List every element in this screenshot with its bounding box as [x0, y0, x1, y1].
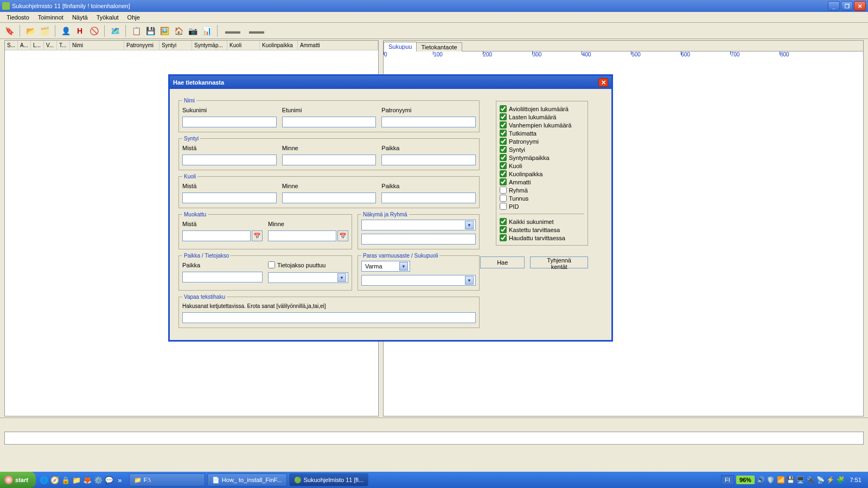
input-vapaa[interactable]: [182, 312, 476, 323]
combo-tietojakso[interactable]: ▼: [268, 272, 348, 283]
checkbox[interactable]: [500, 146, 507, 153]
input-paikka[interactable]: [182, 272, 263, 282]
fieldset-kuoli: Kuoli Mistä Minne Paikka: [178, 174, 480, 208]
input-kuoli-mista[interactable]: [182, 192, 277, 203]
input-kuoli-paikka[interactable]: [381, 192, 476, 203]
calendar-button[interactable]: 📅: [337, 230, 348, 241]
menu-tiedosto[interactable]: Tiedosto: [2, 13, 34, 22]
menu-tyokalut[interactable]: Työkalut: [92, 13, 123, 22]
col-patro[interactable]: Patronyymi: [124, 41, 159, 50]
col-nimi[interactable]: Nimi: [70, 41, 124, 50]
home-icon[interactable]: 🏠: [173, 25, 184, 37]
maximize-button[interactable]: ❐: [841, 1, 853, 11]
ql-icon[interactable]: 📁: [72, 475, 81, 485]
menu-nayta[interactable]: Näytä: [68, 13, 92, 22]
combo-sukupuoli[interactable]: ▼: [361, 275, 476, 286]
tool-icon[interactable]: 🗂️: [39, 25, 50, 37]
input-patronyymi[interactable]: [381, 117, 476, 127]
col-ammatti[interactable]: Ammatti: [298, 41, 378, 50]
col-a[interactable]: A...: [18, 41, 31, 50]
menu-toiminnot[interactable]: Toiminnot: [34, 13, 68, 22]
input-muokattu-minne[interactable]: [268, 230, 336, 241]
tool-icon[interactable]: ▬▬: [222, 25, 244, 37]
tool-icon[interactable]: 📋: [130, 25, 142, 37]
input-sukunimi[interactable]: [182, 117, 277, 127]
col-l[interactable]: L...: [31, 41, 44, 50]
start-button[interactable]: start: [0, 472, 36, 488]
checkbox[interactable]: [500, 162, 507, 169]
person-icon[interactable]: 👤: [60, 25, 72, 37]
ql-icon[interactable]: 🧭: [50, 475, 60, 485]
col-syntymap[interactable]: Syntymäp...: [192, 41, 227, 50]
tool-icon[interactable]: 📂: [24, 25, 36, 37]
ruler-tick-label: 700: [731, 52, 740, 57]
combo-varmuus[interactable]: Varma▼: [361, 261, 410, 272]
tool-icon[interactable]: ▬▬: [246, 25, 267, 37]
dialog-title: Hae tietokannasta: [173, 79, 224, 86]
taskbar-task[interactable]: 📁F:\: [129, 473, 205, 486]
checkbox[interactable]: [500, 234, 507, 241]
input-syntyi-mista[interactable]: [182, 155, 277, 165]
checkbox[interactable]: [500, 138, 507, 145]
tool-icon[interactable]: 🔖: [3, 25, 15, 37]
taskbar-task[interactable]: 📄How_ to_install_FinF...: [207, 473, 287, 486]
input-ryhma[interactable]: [361, 234, 476, 245]
col-s[interactable]: S...: [5, 41, 18, 50]
taskbar-task[interactable]: 🟢Sukuohjelmisto 11 [fi...: [289, 473, 369, 486]
ql-icon[interactable]: 🔒: [61, 475, 71, 485]
checkbox[interactable]: [500, 226, 507, 233]
dialog-close-button[interactable]: ✕: [598, 78, 608, 87]
search-button[interactable]: Hae: [480, 256, 525, 268]
tool-icon[interactable]: 📊: [201, 25, 213, 37]
clock[interactable]: 7:51: [847, 477, 865, 483]
menu-ohje[interactable]: Ohje: [123, 13, 144, 22]
checkbox[interactable]: [500, 187, 507, 194]
tool-icon[interactable]: 💾: [144, 25, 156, 37]
tool-icon[interactable]: 🖼️: [158, 25, 170, 37]
tray-icons[interactable]: 🔊 🛡️ 📶 💾 🖥️ 🔌 📡 ⚡ 🧩: [757, 476, 845, 484]
checkbox[interactable]: [500, 203, 507, 210]
checkbox[interactable]: [500, 113, 507, 120]
input-syntyi-paikka[interactable]: [381, 155, 476, 165]
input-syntyi-minne[interactable]: [282, 155, 376, 165]
checkbox[interactable]: [500, 130, 507, 137]
checkbox[interactable]: [500, 170, 507, 177]
col-v[interactable]: V...: [44, 41, 57, 50]
col-t[interactable]: T...: [57, 41, 70, 50]
camera-icon[interactable]: 📷: [187, 25, 199, 37]
checkbox[interactable]: [500, 105, 507, 112]
ql-icon[interactable]: 🌐: [39, 475, 49, 485]
combo-nakyma[interactable]: ▼: [361, 220, 476, 230]
checkbox[interactable]: [500, 195, 507, 202]
checkbox[interactable]: [500, 121, 507, 129]
checkbox-tietojakso-puuttuu[interactable]: [268, 261, 275, 268]
col-kuoli[interactable]: Kuoli: [227, 41, 260, 50]
ql-icon[interactable]: 🦊: [82, 475, 92, 485]
clear-button[interactable]: Tyhjennä kentät: [530, 256, 588, 268]
input-kuoli-minne[interactable]: [282, 192, 376, 203]
tab-sukupuu[interactable]: Sukupuu: [384, 42, 417, 52]
ql-chevron-icon[interactable]: »: [115, 475, 125, 485]
checkbox[interactable]: [500, 178, 507, 185]
col-kuolinp[interactable]: Kuolinpaikka: [260, 41, 298, 50]
language-indicator[interactable]: FI: [721, 475, 734, 485]
ql-icon[interactable]: ⚙️: [93, 475, 103, 485]
battery-indicator[interactable]: 96%: [736, 476, 755, 484]
tab-tietokantaote[interactable]: Tietokantaote: [416, 42, 462, 52]
ql-icon[interactable]: 💬: [104, 475, 114, 485]
checkbox[interactable]: [500, 154, 507, 161]
ruler-tick-label: 800: [780, 52, 789, 57]
window-title: Sukuohjelmisto 11 [finfamily ! toinenhal…: [12, 3, 130, 9]
map-icon[interactable]: 🗺️: [109, 25, 121, 37]
main-area: S... A... L... V... T... Nimi Patronyymi…: [0, 39, 868, 418]
close-button[interactable]: ✕: [854, 1, 866, 11]
input-muokattu-mista[interactable]: [182, 230, 251, 241]
checkbox[interactable]: [500, 218, 507, 225]
ruler-tick-label: 600: [681, 52, 691, 57]
col-syntyi[interactable]: Syntyi: [159, 41, 192, 50]
input-etunimi[interactable]: [282, 117, 376, 127]
minimize-button[interactable]: _: [828, 1, 840, 11]
person-x-icon[interactable]: 🚫: [88, 25, 100, 37]
calendar-button[interactable]: 📅: [252, 230, 263, 241]
h-icon[interactable]: H: [74, 25, 86, 37]
